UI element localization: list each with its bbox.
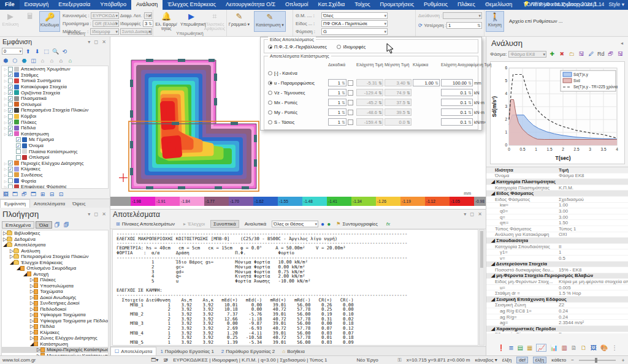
report-icon[interactable]: ▤ (518, 344, 523, 351)
nav-panel-controls[interactable]: ▾ ◻ ✕ (88, 211, 107, 217)
nav-tree-item[interactable]: ▷Ζώνες Ελέγχου Διάτρησης (2, 335, 108, 341)
tool-icon-5[interactable]: ⊞ (39, 191, 47, 198)
property-row[interactable]: ag R/g=0.24 (486, 314, 628, 320)
display-tab-2[interactable]: Όψεις (69, 199, 89, 208)
page-icon[interactable]: 🗋 (581, 344, 587, 351)
display-tree-item[interactable]: Οπλισμοί (2, 154, 108, 161)
positions-combo[interactable]: Όλες οι Θέσεις (272, 221, 318, 227)
ribbon-tab-9[interactable]: Τοίχος (350, 0, 375, 10)
zoom-extents-icon[interactable]: 🔍 (52, 48, 59, 55)
ribbon-tab-file[interactable]: File (0, 0, 20, 10)
nav-tree-item[interactable]: ▷Πέδιλα (2, 324, 108, 330)
thm-combo[interactable]: Όλες (321, 12, 388, 19)
min-value-field[interactable]: -45.2 (356, 99, 383, 106)
results-scrollbar[interactable] (479, 229, 484, 346)
max-value-field[interactable]: 37.5 (385, 99, 412, 106)
expander-icon[interactable]: ▷ (3, 67, 8, 71)
expander-icon[interactable]: ▷ (3, 73, 8, 77)
ribbon-tab-7[interactable]: Οπλισμοί (280, 0, 313, 10)
refresh-view-icon[interactable]: ⟲ (61, 48, 69, 55)
result-type-radio[interactable]: Vz - Τέμνουσες (268, 90, 318, 96)
expander-icon[interactable]: ▷ (3, 96, 8, 100)
decimals-spin[interactable]: 1 (328, 99, 347, 106)
view-shade-icon[interactable]: ◫ (29, 57, 37, 64)
hysteresis-spin[interactable]: 1 (446, 22, 482, 29)
motion-button[interactable]: 🚶Κίνηση (486, 11, 504, 32)
visibility-checkbox[interactable] (8, 114, 13, 119)
expander-icon[interactable]: ▷ (3, 167, 8, 171)
display-tree-item[interactable]: ▷Περιοχές Ελέγχου Διάτρησης (2, 161, 108, 167)
nav-tree-item[interactable]: ▷Συνδετήριες Δοκοί (2, 300, 108, 306)
settings-file-button[interactable]: Αρχείο επί Ρυθμίσεων ... (509, 18, 562, 24)
expander-icon[interactable]: ▷ (3, 91, 8, 95)
nav-tree-item[interactable]: ◢Κατάστρωση (2, 341, 108, 347)
display-tree-item[interactable]: ▷Κατάστρωση (2, 131, 108, 137)
decimals-spin[interactable]: 1 (328, 89, 347, 96)
visibility-checkbox[interactable] (16, 155, 21, 160)
expander-icon[interactable]: ▷ (3, 179, 8, 183)
ribbon-tab-11[interactable]: Ρυθμίσεις (419, 0, 453, 10)
ribbon-tab-8[interactable]: Κατ.Σχέδια (313, 0, 350, 10)
display-tree-item[interactable]: ▷Απεικόνιση Χρωμάτων (2, 66, 108, 72)
linear-button[interactable]: ✎Γραμμικό ▾ (228, 11, 250, 32)
ribbon-tab-6[interactable]: Λειτουργικότητα Ο/Σ (221, 0, 280, 10)
display-tree-item[interactable]: Όνομα (2, 143, 108, 149)
nav-tree-item[interactable]: ◢Έλεγχοι Επάρκειας (2, 260, 108, 266)
nav-tree-item[interactable]: ▷Κλίμακες (2, 330, 108, 336)
delete-spectrum-icon[interactable]: ✖ (558, 51, 566, 57)
property-row[interactable]: γ1=1 (486, 249, 628, 256)
view-back-icon[interactable]: ⌂ (48, 57, 56, 64)
property-row[interactable]: v=0.5 (486, 256, 628, 262)
property-row[interactable]: Κατηγορία ΣπουδαιότηταςΙΙ (486, 244, 628, 250)
results-tab-3[interactable]: ⌂Βοήθεια (278, 347, 308, 355)
property-row[interactable]: q0=3.00 (486, 208, 628, 214)
nav-tree-item[interactable]: ▷Τοιχώματα (2, 289, 108, 295)
nav-tree-item[interactable]: ◢Αποτελέσματα (2, 242, 108, 248)
property-row[interactable]: q=3.00 (486, 214, 628, 221)
website-link[interactable]: www.tol.com.gr (2, 357, 36, 363)
display-tree-item[interactable]: ▷Κατακόρυφα Στοιχεία (2, 84, 108, 90)
visibility-checkbox[interactable] (8, 184, 13, 189)
display-tree-item[interactable]: ▷Τοπικά Συστήματα (2, 78, 108, 84)
review-button[interactable]: 🖩 (21, 11, 39, 32)
results-tab-2[interactable]: 2Παράθυρο Εργασίας 2 (218, 347, 278, 355)
max-value-field[interactable]: 39.5 (385, 108, 412, 116)
visibility-checkbox[interactable] (8, 161, 13, 165)
min-value-field[interactable]: -129.4 (356, 89, 383, 96)
view-left-icon[interactable]: ⌂ (57, 57, 65, 64)
min-shown-field[interactable]: 0.1 (441, 108, 473, 116)
property-row[interactable]: qπ=1.50 (486, 220, 628, 226)
max-value-field[interactable]: 3.40 (385, 79, 412, 86)
expand-all-icon[interactable]: 🗍 (53, 221, 61, 229)
pushover-button[interactable]: ▶Υπερωθητική (180, 11, 202, 32)
nav-tree-item[interactable]: ▷Δεδομένα (2, 237, 108, 243)
visibility-checkbox[interactable] (8, 172, 13, 177)
visibility-checkbox[interactable] (8, 167, 13, 172)
display-tree-item[interactable]: ▷Πλασματικά (2, 96, 108, 102)
level-up-icon[interactable]: ⬆ (24, 48, 32, 55)
result-type-radio[interactable]: My - Ροπές (268, 110, 318, 115)
min-shown-field[interactable]: 100.00 (441, 79, 473, 86)
decimals-spin[interactable]: 1 (328, 108, 347, 116)
snap2-toggle[interactable]: έλξη (533, 357, 547, 363)
warning-icon[interactable]: ❗ (497, 344, 505, 351)
expander-icon[interactable]: ▷ (3, 108, 8, 112)
grid-icon[interactable]: ▦ (527, 344, 532, 351)
expander-icon[interactable]: ▷ (3, 85, 8, 89)
palette-icon[interactable]: 🎨 (600, 344, 608, 351)
visibility-checkbox[interactable] (8, 126, 13, 131)
expander-icon[interactable]: ▷ (3, 184, 8, 189)
image-icon[interactable]: 🖼 (591, 344, 597, 351)
detailed-toggle[interactable]: Αναλυτικά (242, 220, 269, 228)
display-tree-item[interactable]: ▷Πεπερασμένα Στοιχεία Πλακών (2, 107, 108, 113)
limit-checkbox[interactable] (348, 110, 353, 115)
results-text[interactable]: ----------------------------------------… (112, 229, 478, 346)
save-icon[interactable]: 🖫 (578, 51, 586, 57)
visibility-checkbox[interactable] (8, 90, 13, 95)
zoom-out-icon[interactable]: − (571, 357, 574, 363)
visibility-checkbox[interactable] (8, 131, 13, 136)
visibility-checkbox[interactable] (8, 102, 13, 107)
ribbon-tab-10[interactable]: Προμετρήσεις (375, 0, 419, 10)
zoom-in-icon[interactable]: ＋ (621, 357, 626, 363)
max-value-field[interactable]: 74.9 (385, 89, 412, 96)
